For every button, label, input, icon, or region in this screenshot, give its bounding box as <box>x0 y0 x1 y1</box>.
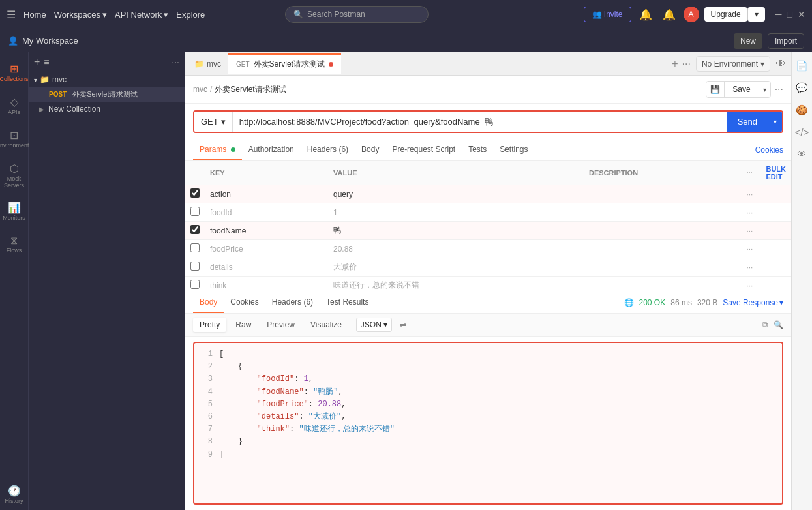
param-checkbox-4[interactable] <box>190 262 200 271</box>
nav-explore[interactable]: Explore <box>176 10 205 20</box>
tab-authorization[interactable]: Authorization <box>242 140 301 160</box>
save-dropdown-arrow[interactable]: ▾ <box>759 83 770 97</box>
param-value-4[interactable]: 大减价 <box>328 258 584 277</box>
maximize-button[interactable]: □ <box>787 9 792 20</box>
param-value-0[interactable]: query <box>328 185 584 203</box>
param-more-1[interactable]: ··· <box>741 203 760 222</box>
save-button[interactable]: Save <box>725 82 759 97</box>
avatar-icon[interactable]: A <box>684 7 699 22</box>
param-checkbox-0[interactable] <box>190 188 200 198</box>
param-checkbox-2[interactable] <box>190 225 200 234</box>
param-key-4[interactable]: details <box>205 258 328 277</box>
param-key-1[interactable]: foodId <box>205 203 328 222</box>
minimize-button[interactable]: ─ <box>775 9 782 20</box>
request-name: 外卖Servlet请求测试 <box>72 89 138 99</box>
ctab-pretty[interactable]: Pretty <box>193 318 226 332</box>
notifications-icon[interactable]: 🔔 <box>637 6 655 23</box>
param-checkbox-5[interactable] <box>190 280 200 289</box>
bell-icon[interactable]: 🔔 <box>660 6 678 23</box>
more-tabs-icon[interactable]: ··· <box>682 58 691 70</box>
tab-params[interactable]: Params <box>193 140 242 160</box>
ctab-visualize[interactable]: Visualize <box>304 318 348 332</box>
upgrade-button[interactable]: Upgrade <box>704 7 747 22</box>
send-button[interactable]: Send <box>727 112 768 132</box>
right-icon-code[interactable]: </> <box>792 124 812 140</box>
sidebar-item-mock-servers[interactable]: ⬡ Mock Servers <box>1 157 27 194</box>
response-section: Body Cookies Headers (6) Test Results 🌐 … <box>185 292 791 510</box>
resp-tab-test-results[interactable]: Test Results <box>320 292 375 313</box>
format-select[interactable]: JSON ▾ <box>356 318 392 332</box>
search-response-icon[interactable]: 🔍 <box>774 320 783 329</box>
right-icon-message[interactable]: 💬 <box>793 80 811 97</box>
ctab-raw[interactable]: Raw <box>229 318 258 332</box>
param-checkbox-1[interactable] <box>190 207 200 216</box>
ctab-preview[interactable]: Preview <box>260 318 301 332</box>
save-response-button[interactable]: Save Response ▾ <box>723 298 783 307</box>
param-more-5[interactable]: ··· <box>741 277 760 292</box>
eye-icon[interactable]: 👁 <box>773 55 789 72</box>
sidebar-item-history[interactable]: 🕐 History <box>1 479 27 510</box>
tab-tests[interactable]: Tests <box>462 140 493 160</box>
param-key-2[interactable]: foodName <box>205 222 328 240</box>
invite-button[interactable]: 👥 Invite <box>584 7 631 22</box>
tab-headers[interactable]: Headers (6) <box>301 140 355 160</box>
workspace-name: 👤 My Workspace <box>8 36 78 46</box>
nav-api-network[interactable]: API Network ▾ <box>115 10 168 20</box>
sidebar-item-collections[interactable]: ⊞ Collections <box>1 57 27 88</box>
close-button[interactable]: ✕ <box>798 9 805 20</box>
send-arrow[interactable]: ▾ <box>768 113 782 130</box>
method-select[interactable]: GET ▾ <box>194 112 233 132</box>
add-tab-icon[interactable]: + <box>672 58 678 70</box>
tab-body[interactable]: Body <box>355 140 385 160</box>
tab-mvc[interactable]: 📁 mvc <box>188 55 228 72</box>
line-content: "details": "大减价", <box>219 411 346 423</box>
param-more-4[interactable]: ··· <box>741 258 760 277</box>
param-more-2[interactable]: ··· <box>741 222 760 240</box>
right-icon-cookie[interactable]: 🍪 <box>793 102 811 119</box>
resp-tab-body[interactable]: Body <box>193 292 224 313</box>
request-item[interactable]: POST 外卖Servlet请求测试 <box>29 87 185 102</box>
param-more-0[interactable]: ··· <box>741 185 760 203</box>
import-button[interactable]: Import <box>768 33 804 49</box>
param-value-1[interactable]: 1 <box>328 203 584 222</box>
request-tabs: Params Authorization Headers (6) Body Pr… <box>185 140 791 161</box>
param-value-5[interactable]: 味道还行，总的来说不错 <box>328 277 584 292</box>
environment-selector[interactable]: No Environment ▾ <box>696 56 770 72</box>
key-header: KEY <box>205 161 328 185</box>
param-value-3[interactable]: 20.88 <box>328 240 584 258</box>
sidebar-more-button[interactable]: ··· <box>172 57 179 67</box>
sidebar-item-apis[interactable]: ◇ APIs <box>1 91 27 121</box>
bulk-edit-button[interactable]: Bulk Edit <box>760 161 791 185</box>
mvc-folder[interactable]: ▾ 📁 mvc <box>29 72 185 87</box>
param-more-3[interactable]: ··· <box>741 240 760 258</box>
param-key-5[interactable]: think <box>205 277 328 292</box>
resp-tab-cookies[interactable]: Cookies <box>224 292 265 313</box>
sidebar-item-environments[interactable]: ⊡ Environments <box>1 124 27 155</box>
wrap-icon[interactable]: ⇌ <box>400 320 406 329</box>
upgrade-arrow[interactable]: ▾ <box>747 7 765 22</box>
right-icon-file[interactable]: 📄 <box>793 57 811 74</box>
hamburger-menu[interactable]: ☰ <box>7 8 16 21</box>
param-checkbox-3[interactable] <box>190 243 200 252</box>
url-input[interactable] <box>233 112 727 132</box>
nav-workspaces[interactable]: Workspaces ▾ <box>54 10 107 20</box>
tab-request[interactable]: GET 外卖Servlet请求测试 <box>228 53 341 74</box>
param-value-2[interactable]: 鸭 <box>328 222 584 240</box>
add-collection-button[interactable]: + <box>34 56 40 68</box>
list-icon[interactable]: ≡ <box>44 57 49 67</box>
resp-tab-headers[interactable]: Headers (6) <box>265 292 320 313</box>
more-options-icon[interactable]: ··· <box>775 83 783 95</box>
tab-cookies[interactable]: Cookies <box>755 145 783 155</box>
right-icon-eye[interactable]: 👁 <box>794 145 809 162</box>
param-key-0[interactable]: action <box>205 185 328 203</box>
new-collection-item[interactable]: ▶ New Collection <box>29 102 185 116</box>
new-button[interactable]: New <box>734 33 762 49</box>
sidebar-item-monitors[interactable]: 📊 Monitors <box>1 196 27 227</box>
copy-icon[interactable]: ⧉ <box>762 320 768 329</box>
search-bar[interactable]: 🔍 Search Postman <box>285 6 429 23</box>
nav-home[interactable]: Home <box>23 10 46 20</box>
param-key-3[interactable]: foodPrice <box>205 240 328 258</box>
tab-pre-request[interactable]: Pre-request Script <box>385 140 462 160</box>
sidebar-item-flows[interactable]: ⧖ Flows <box>1 230 27 260</box>
tab-settings[interactable]: Settings <box>493 140 534 160</box>
